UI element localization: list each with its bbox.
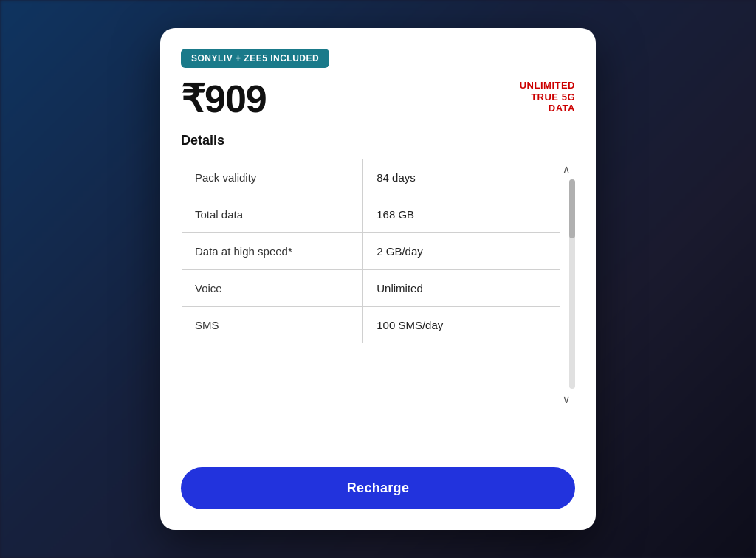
unlimited-line3: DATA xyxy=(520,103,575,114)
table-cell-value: 168 GB xyxy=(363,196,560,233)
table-cell-label: Total data xyxy=(182,196,363,233)
table-row: Pack validity84 days xyxy=(182,159,560,196)
unlimited-line2: TRUE 5G xyxy=(520,92,575,103)
table-cell-value: 2 GB/day xyxy=(363,233,560,270)
scrollbar-thumb[interactable] xyxy=(569,179,575,238)
details-table: Pack validity84 daysTotal data168 GBData… xyxy=(181,159,560,344)
plan-price: ₹909 xyxy=(181,80,267,118)
unlimited-line1: UNLIMITED xyxy=(520,80,575,92)
table-cell-label: Data at high speed* xyxy=(182,233,363,270)
scroll-container[interactable]: ∧ Pack validity84 daysTotal data168 GBDa… xyxy=(181,159,575,410)
table-row: VoiceUnlimited xyxy=(182,270,560,307)
table-cell-label: Voice xyxy=(182,270,363,307)
streaming-badge: SONYLIV + ZEE5 INCLUDED xyxy=(181,49,329,68)
table-row: SMS100 SMS/day xyxy=(182,307,560,344)
table-cell-value: 100 SMS/day xyxy=(363,307,560,344)
plan-card: SONYLIV + ZEE5 INCLUDED ₹909 UNLIMITED T… xyxy=(160,28,596,530)
scrollbar-track xyxy=(569,179,575,389)
table-cell-value: 84 days xyxy=(363,159,560,196)
details-header: Details xyxy=(181,133,575,148)
scroll-down-arrow[interactable]: ∨ xyxy=(557,389,575,410)
table-cell-label: Pack validity xyxy=(182,159,363,196)
scroll-up-arrow[interactable]: ∧ xyxy=(557,159,575,179)
unlimited-badge: UNLIMITED TRUE 5G DATA xyxy=(520,80,575,114)
recharge-button[interactable]: Recharge xyxy=(181,467,575,509)
table-row: Total data168 GB xyxy=(182,196,560,233)
price-row: ₹909 UNLIMITED TRUE 5G DATA xyxy=(181,80,575,118)
table-row: Data at high speed*2 GB/day xyxy=(182,233,560,270)
table-cell-label: SMS xyxy=(182,307,363,344)
details-section: Details ∧ Pack validity84 daysTotal data… xyxy=(181,133,575,451)
table-cell-value: Unlimited xyxy=(363,270,560,307)
